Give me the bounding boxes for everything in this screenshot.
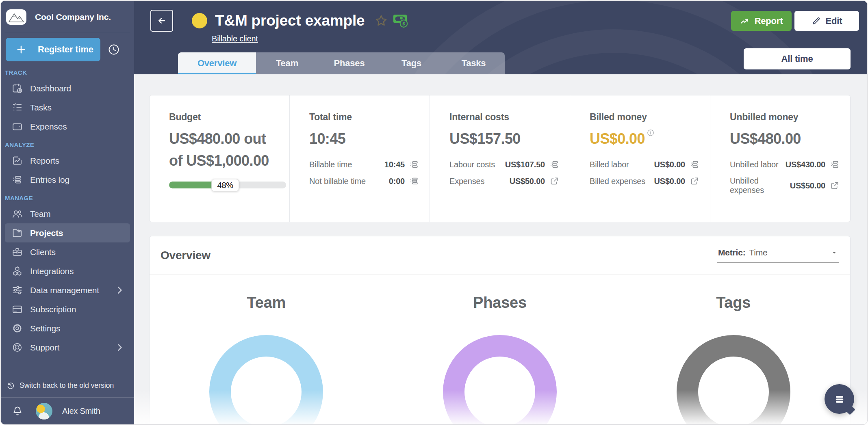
project-tab[interactable]: Phases xyxy=(318,52,380,74)
donut-chart-block: Tags xyxy=(616,294,850,424)
client-link[interactable]: Billable client xyxy=(212,34,258,43)
stat-column: Budget US$480.00 out of US$1,000.00 48% xyxy=(150,95,289,222)
nav-section-label: TRACK xyxy=(1,64,134,79)
project-tab[interactable]: Tasks xyxy=(443,52,505,74)
sidebar-item[interactable]: Tasks xyxy=(5,98,130,117)
stat-label: Total time xyxy=(309,112,419,123)
stat-row-label: Not billable time xyxy=(309,177,366,186)
back-button[interactable] xyxy=(150,10,173,32)
sidebar-nav: TRACK Dashboard xyxy=(1,64,134,357)
sidebar-item[interactable]: Support xyxy=(5,338,130,357)
stat-row-link-icon[interactable] xyxy=(830,160,840,169)
plus-icon xyxy=(16,44,26,55)
nav-section: ANALYZE Reports xyxy=(1,136,134,189)
user-name[interactable]: Alex Smith xyxy=(62,407,100,416)
project-tab[interactable]: Tags xyxy=(380,52,443,74)
timer-clock-button[interactable] xyxy=(108,43,120,56)
sidebar-item[interactable]: Entries log xyxy=(5,170,130,189)
donut-chart[interactable] xyxy=(209,335,323,424)
project-tab[interactable]: Overview xyxy=(178,52,256,74)
billable-money-icon: $ xyxy=(393,13,408,28)
donut-chart-block: Team xyxy=(150,294,383,424)
project-tab[interactable]: Team xyxy=(256,52,318,74)
stat-row-value: US$0.00 xyxy=(654,160,685,169)
stat-row-link-icon[interactable] xyxy=(690,160,699,169)
stat-row-link-icon[interactable] xyxy=(409,176,419,186)
nav-section-label: ANALYZE xyxy=(1,136,134,151)
donut-chart-title: Team xyxy=(247,294,286,311)
sidebar-item-label: Settings xyxy=(30,324,60,333)
project-tabs: Overview Team Phases Tags xyxy=(178,52,505,74)
star-favorite-icon[interactable] xyxy=(374,14,388,28)
stat-row: Labour costs US$107.50 xyxy=(449,160,559,169)
sidebar-item-label: Dashboard xyxy=(30,84,71,93)
metric-select[interactable]: Metric: Time xyxy=(717,248,839,263)
chevron-right-icon xyxy=(114,342,125,353)
sidebar-item-icon xyxy=(12,83,23,94)
info-icon[interactable] xyxy=(647,129,655,137)
stat-row-label: Unbilled labor xyxy=(730,160,779,169)
chat-widget-button[interactable] xyxy=(825,384,854,414)
tab-label: Overview xyxy=(197,58,237,69)
sidebar-item[interactable]: Projects xyxy=(5,223,130,242)
report-button[interactable]: Report xyxy=(731,11,792,31)
stat-label: Billed money xyxy=(590,112,699,123)
sidebar-item[interactable]: Dashboard xyxy=(5,79,130,98)
donut-chart[interactable] xyxy=(677,335,790,424)
stat-row-label: Billed expenses xyxy=(590,177,645,186)
workspace-row[interactable]: Cool Company Inc. xyxy=(1,1,134,33)
sidebar-item[interactable]: Team xyxy=(5,204,130,223)
caret-down-icon xyxy=(831,249,838,256)
project-color-dot xyxy=(192,13,207,28)
time-range-filter[interactable]: All time xyxy=(744,48,851,69)
sidebar-item-icon xyxy=(12,174,23,185)
metric-label: Metric: xyxy=(718,248,745,257)
stat-row-link-icon[interactable] xyxy=(549,176,559,186)
stat-row-link-icon[interactable] xyxy=(409,160,419,169)
progress-percent-badge: 48% xyxy=(212,179,239,191)
report-button-label: Report xyxy=(755,16,783,26)
stat-row-link-icon[interactable] xyxy=(549,160,559,169)
sidebar-item[interactable]: Reports xyxy=(5,151,130,170)
bell-icon[interactable] xyxy=(12,405,23,417)
stats-summary-card: Budget US$480.00 out of US$1,000.00 48% xyxy=(149,95,851,222)
register-time-button[interactable]: Register time xyxy=(6,38,100,61)
history-icon xyxy=(7,381,15,390)
avatar[interactable] xyxy=(36,403,52,420)
stat-row-label: Unbilled expenses xyxy=(730,176,790,195)
donut-chart-title: Tags xyxy=(716,294,751,311)
stat-row-label: Billed labor xyxy=(590,160,629,169)
sidebar-item[interactable]: Expenses xyxy=(5,117,130,136)
stat-value: US$157.50 xyxy=(449,128,521,150)
stat-row-value: 0:00 xyxy=(389,177,405,186)
sidebar-item[interactable]: Data management xyxy=(5,281,130,300)
stat-value: US$0.00 xyxy=(590,128,645,150)
stat-row-link-icon[interactable] xyxy=(830,181,840,190)
donut-chart[interactable] xyxy=(443,335,557,424)
sidebar-item-label: Data management xyxy=(30,285,99,295)
stat-row: Unbilled expenses US$50.00 xyxy=(730,176,840,195)
stat-row-link-icon[interactable] xyxy=(690,176,699,186)
stat-row: Unbilled labor US$430.00 xyxy=(730,160,840,169)
tab-label: Tags xyxy=(401,58,421,69)
stat-row: Billed labor US$0.00 xyxy=(590,160,699,169)
trend-up-icon xyxy=(740,16,750,26)
sidebar-item[interactable]: Integrations xyxy=(5,262,130,281)
stat-value: 10:45 xyxy=(309,128,345,150)
sidebar-item-label: Support xyxy=(30,343,59,352)
sidebar-item[interactable]: Subscription xyxy=(5,300,130,319)
stat-row-value: US$50.00 xyxy=(790,181,825,190)
switch-old-version-link[interactable]: Switch back to the old version xyxy=(1,376,134,395)
stat-column: Unbilled money US$480.00 xyxy=(710,95,850,222)
sidebar-item[interactable]: Clients xyxy=(5,242,130,262)
sidebar-item[interactable]: Settings xyxy=(5,319,130,338)
svg-text:$: $ xyxy=(402,21,405,26)
sidebar-item-icon xyxy=(12,304,23,315)
tab-label: Phases xyxy=(334,58,365,69)
edit-button[interactable]: Edit xyxy=(794,11,859,31)
sidebar-item-icon xyxy=(12,155,23,166)
stat-row: Billable time 10:45 xyxy=(309,160,419,169)
chat-lines-icon xyxy=(833,392,846,406)
sidebar-item-icon xyxy=(12,247,23,257)
sidebar-item-label: Expenses xyxy=(30,122,67,132)
